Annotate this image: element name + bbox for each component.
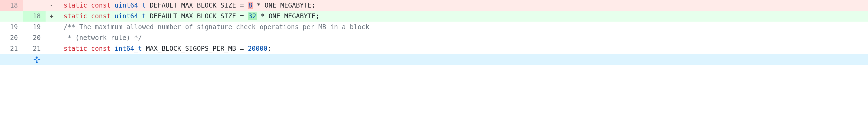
code-token: = [240,45,244,52]
code-token: const [91,12,111,20]
code-token: uint64_t [115,12,146,20]
code-token [87,2,91,9]
diff-marker [45,32,58,43]
code-token [142,45,146,52]
code-token: ; [315,12,319,20]
code-token: DEFAULT_MAX_BLOCK_SIZE [150,2,236,9]
diff-row: 18+ static const uint64_t DEFAULT_MAX_BL… [0,11,868,21]
code-cell: * (network rule) */ [58,32,868,43]
diff-marker: - [45,0,58,11]
diff-row [0,54,868,65]
code-cell: static const int64_t MAX_BLOCK_SIGOPS_PE… [58,43,868,54]
old-line-number[interactable]: 20 [0,32,23,43]
code-token: 32 [248,12,256,20]
code-cell [58,54,868,65]
diff-row: 18- static const uint64_t DEFAULT_MAX_BL… [0,0,868,11]
diff-row: 1919 /** The maximum allowed number of s… [0,21,868,32]
old-line-number[interactable]: 19 [0,21,23,32]
code-token: static [63,45,87,52]
diff-tbody: 18- static const uint64_t DEFAULT_MAX_BL… [0,0,868,65]
code-token [253,2,257,9]
code-token: int64_t [115,45,142,52]
code-token: 8 [248,2,252,9]
code-token [244,12,248,20]
added-highlight: 32 [248,12,257,20]
code-token: ; [312,2,315,9]
code-token [60,12,63,20]
diff-row: 2020 * (network rule) */ [0,32,868,43]
new-line-number[interactable]: 19 [23,21,45,32]
code-cell: static const uint64_t DEFAULT_MAX_BLOCK_… [58,0,868,11]
code-token: * (network rule) */ [63,34,142,42]
code-token [60,23,63,31]
code-token: static [63,2,87,9]
code-token: = [240,12,244,20]
diff-marker [45,54,58,65]
old-line-number[interactable]: 18 [0,0,23,11]
code-token [111,45,115,52]
code-token [257,12,261,20]
code-token [146,2,150,9]
code-token: ; [268,45,271,52]
code-token: const [91,2,111,9]
code-token: const [91,45,111,52]
code-token [261,2,265,9]
code-token [87,45,91,52]
code-token [111,12,115,20]
new-line-number[interactable]: 21 [23,43,45,54]
code-token: uint64_t [115,2,146,9]
code-token: DEFAULT_MAX_BLOCK_SIZE [150,12,236,20]
code-token: /** The maximum allowed number of signat… [63,23,369,31]
new-line-number[interactable]: 18 [23,11,45,21]
code-token [236,2,240,9]
code-token: ONE_MEGABYTE [265,2,311,9]
code-token [236,12,240,20]
new-line-number[interactable]: 20 [23,32,45,43]
code-token: ONE_MEGABYTE [269,12,315,20]
code-token: * [261,12,265,20]
deleted-highlight: 8 [248,2,253,9]
code-cell: /** The maximum allowed number of signat… [58,21,868,32]
code-token: static [63,12,87,20]
code-token [265,12,268,20]
old-line-number[interactable] [0,11,23,21]
code-token: 20000 [248,45,268,52]
code-cell: static const uint64_t DEFAULT_MAX_BLOCK_… [58,11,868,21]
code-token [244,2,248,9]
code-token [87,12,91,20]
diff-row: 2121 static const int64_t MAX_BLOCK_SIGO… [0,43,868,54]
diff-marker [45,21,58,32]
code-token [60,45,63,52]
code-token [60,34,63,42]
code-token [60,2,63,9]
code-token [111,2,115,9]
code-token: * [257,2,261,9]
code-token: = [240,2,244,9]
code-token [146,12,150,20]
unfold-icon [33,56,41,63]
code-token: MAX_BLOCK_SIGOPS_PER_MB [146,45,236,52]
diff-marker [45,43,58,54]
diff-table: 18- static const uint64_t DEFAULT_MAX_BL… [0,0,868,65]
new-line-number[interactable] [23,0,45,11]
diff-marker: + [45,11,58,21]
old-line-number[interactable]: 21 [0,43,23,54]
expand-hunk-button[interactable] [0,54,45,65]
code-token [236,45,240,52]
code-token [244,45,248,52]
